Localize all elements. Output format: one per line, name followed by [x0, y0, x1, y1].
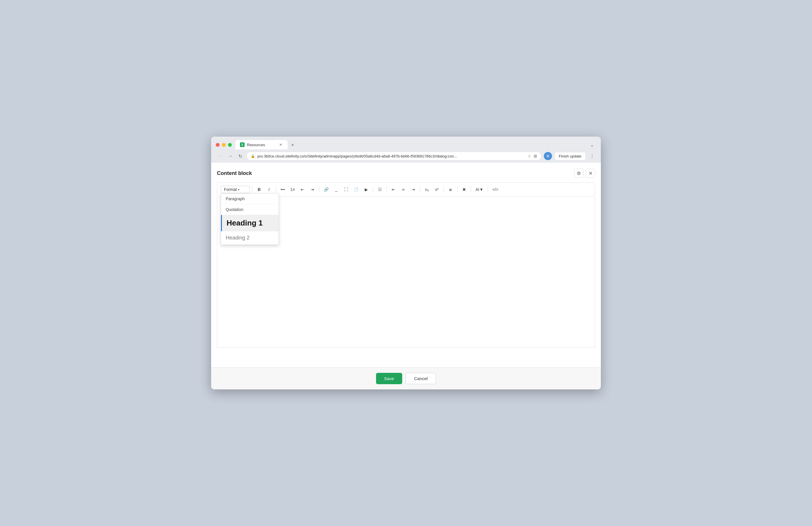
link-button[interactable]: 🔗	[322, 185, 331, 194]
dialog-title: Content block	[217, 170, 252, 176]
format-paragraph-item[interactable]: Paragraph	[221, 194, 279, 204]
source-button[interactable]: </>	[490, 185, 500, 194]
document-icon: 📄	[354, 187, 359, 192]
divider-1	[252, 186, 252, 193]
block-align-button[interactable]: ≣	[446, 185, 455, 194]
save-button[interactable]: Save	[376, 373, 402, 384]
divider-5	[387, 186, 387, 193]
tab-bar: S Resources ✕ +	[235, 140, 584, 149]
superscript-icon: x²	[435, 187, 438, 192]
divider-8	[457, 186, 458, 193]
ai-button[interactable]: AI ▼	[474, 185, 485, 194]
heading2-label: Heading 2	[226, 235, 249, 241]
table-button[interactable]: ☷	[375, 185, 384, 194]
heading1-label: Heading 1	[227, 219, 263, 227]
align-left-button[interactable]: ⇤	[389, 185, 398, 194]
indent-icon: ⇥	[310, 187, 314, 192]
dialog-bottom: Save Cancel	[211, 367, 601, 389]
divider-4	[373, 186, 373, 193]
clear-format-icon: ✖	[462, 187, 466, 192]
settings-button[interactable]: ⚙	[574, 168, 583, 178]
bullet-list-icon: •••	[281, 187, 285, 192]
subscript-icon: x₂	[425, 187, 429, 192]
document-button[interactable]: 📄	[352, 185, 361, 194]
quotation-label: Quotation	[226, 207, 243, 212]
unlink-button[interactable]: ⎯	[332, 185, 340, 194]
dialog-area: Content block ⚙ ✕ Format ▾	[211, 163, 601, 389]
tab-label: Resources	[247, 143, 265, 147]
divider-3	[319, 186, 319, 193]
paragraph-label: Paragraph	[226, 196, 245, 201]
bullet-list-button[interactable]: •••	[278, 185, 287, 194]
outdent-button[interactable]: ⇤	[298, 185, 307, 194]
align-right-icon: ⇥	[411, 187, 415, 192]
browser-window: S Resources ✕ + ⌄ ← → ↻ 🔒 pro.3b0ce.clou…	[211, 137, 601, 389]
format-quotation-item[interactable]: Quotation	[221, 204, 279, 215]
subscript-button[interactable]: x₂	[423, 185, 431, 194]
table-icon: ☷	[378, 187, 382, 192]
active-tab[interactable]: S Resources ✕	[235, 140, 288, 149]
format-dropdown[interactable]: Format ▾	[221, 186, 250, 193]
format-dropdown-menu: Paragraph Quotation Heading 1 Heading 2	[221, 193, 279, 245]
title-bar: S Resources ✕ + ⌄	[211, 137, 601, 149]
back-button[interactable]: ←	[216, 152, 224, 160]
maximize-traffic-light[interactable]	[228, 143, 232, 147]
traffic-lights	[216, 143, 232, 147]
format-dropdown-wrapper: Format ▾ Paragraph Quotation Heading 1	[221, 186, 250, 193]
divider-7	[444, 186, 444, 193]
minimize-traffic-light[interactable]	[222, 143, 226, 147]
italic-button[interactable]: I	[265, 185, 273, 194]
divider-2	[276, 186, 276, 193]
link-icon: 🔗	[324, 187, 329, 192]
finish-update-label: Finish update	[559, 154, 581, 159]
forward-button[interactable]: →	[226, 152, 234, 160]
format-heading2-item[interactable]: Heading 2	[221, 231, 279, 245]
image-button[interactable]: ⛶	[342, 185, 350, 194]
editor-toolbar: Format ▾ Paragraph Quotation Heading 1	[217, 182, 595, 196]
close-icon: ✕	[589, 170, 592, 176]
lock-icon: 🔒	[251, 154, 255, 158]
superscript-button[interactable]: x²	[433, 185, 441, 194]
new-tab-button[interactable]: +	[289, 141, 296, 149]
window-controls: ⌄	[588, 141, 596, 149]
bold-button[interactable]: B	[255, 185, 263, 194]
close-button[interactable]: ✕	[586, 168, 595, 178]
media-button[interactable]: ▶	[362, 185, 371, 194]
unlink-icon: ⎯	[335, 187, 337, 192]
profile-avatar[interactable]: U	[544, 152, 552, 160]
format-dropdown-label: Format	[224, 187, 237, 192]
bookmark-icon[interactable]: ☆	[527, 154, 531, 159]
format-heading1-item[interactable]: Heading 1	[221, 215, 279, 231]
extensions-icon[interactable]: ⊞	[534, 154, 537, 159]
divider-6	[420, 186, 420, 193]
align-left-icon: ⇤	[392, 187, 395, 192]
clear-format-button[interactable]: ✖	[460, 185, 468, 194]
indent-button[interactable]: ⇥	[308, 185, 317, 194]
outdent-icon: ⇤	[301, 187, 304, 192]
cancel-button[interactable]: Cancel	[406, 373, 436, 384]
dialog-header-actions: ⚙ ✕	[574, 168, 595, 178]
finish-update-button[interactable]: Finish update	[554, 152, 586, 161]
ordered-list-icon: 1≡	[290, 187, 295, 192]
align-center-icon: ≍	[402, 187, 405, 192]
block-align-icon: ≣	[449, 187, 452, 192]
close-traffic-light[interactable]	[216, 143, 220, 147]
tab-close-button[interactable]: ✕	[278, 142, 283, 147]
ordered-list-button[interactable]: 1≡	[288, 185, 297, 194]
url-text: pro.3b0ce.cloud.sitefinity.com/Sitefinit…	[257, 154, 525, 159]
browser-menu-button[interactable]: ⋮	[588, 152, 596, 160]
image-icon: ⛶	[344, 187, 348, 192]
window-chevron-button[interactable]: ⌄	[588, 141, 596, 149]
divider-9	[471, 186, 471, 193]
address-bar: ← → ↻ 🔒 pro.3b0ce.cloud.sitefinity.com/S…	[211, 149, 601, 163]
source-icon: </>	[492, 187, 498, 192]
media-play-icon: ▶	[365, 187, 368, 192]
dialog-header: Content block ⚙ ✕	[217, 168, 595, 178]
gear-icon: ⚙	[577, 170, 581, 176]
url-bar[interactable]: 🔒 pro.3b0ce.cloud.sitefinity.com/Sitefin…	[246, 152, 541, 161]
align-center-button[interactable]: ≍	[399, 185, 408, 194]
reload-button[interactable]: ↻	[237, 152, 244, 160]
ai-chevron-icon: ▼	[479, 187, 483, 192]
tab-favicon: S	[240, 142, 245, 147]
align-right-button[interactable]: ⇥	[409, 185, 418, 194]
